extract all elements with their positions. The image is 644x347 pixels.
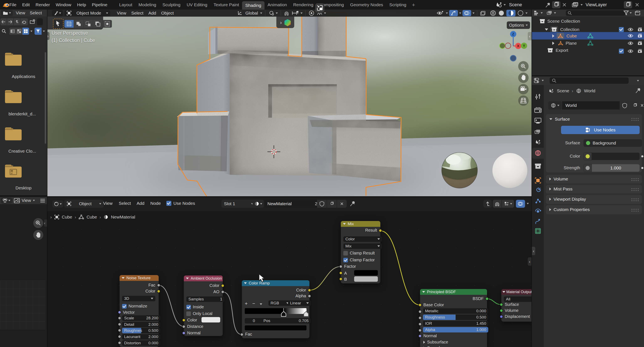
svg-text:Y: Y [523, 44, 525, 48]
svg-text:X: X [517, 44, 520, 48]
svg-text:Z: Z [512, 32, 514, 36]
